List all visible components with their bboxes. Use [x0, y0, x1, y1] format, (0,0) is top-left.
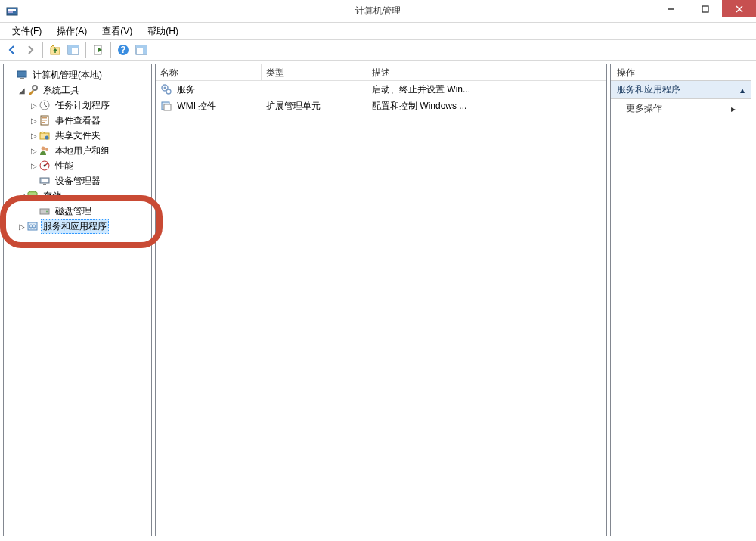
window-title: 计算机管理	[0, 5, 756, 17]
svg-rect-32	[42, 179, 48, 182]
svg-rect-9	[68, 45, 79, 48]
tree-panel: 计算机管理(本地) ◢ 系统工具 ▷ 任务计划程序 ▷ 事件查看器 ▷ 共享文件…	[3, 64, 152, 536]
expand-icon[interactable]: ▷	[29, 162, 39, 170]
tree-root[interactable]: 计算机管理(本地)	[4, 67, 151, 82]
actions-group[interactable]: 服务和应用程序 ▴	[611, 81, 751, 99]
minimize-button[interactable]	[654, 0, 688, 17]
list-header: 名称 类型 描述	[156, 64, 606, 81]
back-button[interactable]	[4, 42, 20, 58]
gears-icon	[160, 83, 172, 95]
storage-icon	[26, 190, 39, 202]
tree-device-manager-label: 设备管理器	[53, 174, 103, 188]
svg-point-30	[44, 165, 46, 167]
submenu-arrow-icon: ▸	[731, 104, 736, 114]
computer-icon	[16, 69, 28, 81]
tree-disk-management-label: 磁盘管理	[53, 204, 94, 219]
col-type[interactable]: 类型	[262, 64, 367, 80]
svg-point-41	[164, 87, 166, 89]
event-icon	[39, 114, 51, 126]
tree-device-manager[interactable]: 设备管理器	[4, 173, 151, 188]
tree-task-scheduler[interactable]: ▷ 任务计划程序	[4, 98, 151, 113]
actions-header: 操作	[611, 64, 751, 81]
list-panel: 名称 类型 描述 服务 启动、终止并设置 Win... WMI 控件 扩展管理单…	[155, 64, 607, 536]
list-row[interactable]: 服务 启动、终止并设置 Win...	[156, 81, 606, 98]
cell-type: 扩展管理单元	[262, 98, 367, 114]
folder-share-icon	[39, 129, 51, 141]
cell-name: 服务	[177, 84, 195, 95]
show-hide-action-pane-button[interactable]	[133, 42, 150, 58]
maximize-button[interactable]	[688, 0, 722, 17]
svg-point-36	[46, 211, 48, 213]
tree-services-apps[interactable]: ▷ 服务和应用程序	[4, 219, 151, 234]
main-area: 计算机管理(本地) ◢ 系统工具 ▷ 任务计划程序 ▷ 事件查看器 ▷ 共享文件…	[0, 61, 756, 541]
svg-rect-17	[17, 71, 26, 77]
svg-rect-10	[68, 48, 72, 54]
menu-bar: 文件(F) 操作(A) 查看(V) 帮助(H)	[0, 23, 756, 39]
tree-local-users-label: 本地用户和组	[53, 144, 112, 158]
expand-icon[interactable]: ▷	[29, 117, 39, 125]
tree-disk-management[interactable]: 磁盘管理	[4, 204, 151, 219]
device-icon	[39, 175, 51, 187]
svg-rect-22	[42, 117, 47, 119]
tree-system-tools[interactable]: ◢ 系统工具	[4, 82, 151, 98]
show-hide-tree-button[interactable]	[65, 42, 82, 58]
svg-rect-18	[20, 78, 24, 79]
tree-event-viewer[interactable]: ▷ 事件查看器	[4, 113, 151, 128]
cell-name: WMI 控件	[177, 101, 216, 111]
expand-icon[interactable]: ▷	[17, 222, 26, 231]
list-row[interactable]: WMI 控件 扩展管理单元 配置和控制 Windows ...	[156, 98, 606, 114]
separator	[85, 42, 86, 58]
forward-button[interactable]	[22, 42, 39, 58]
actions-more[interactable]: 更多操作 ▸	[611, 99, 751, 118]
services-icon	[26, 220, 39, 232]
tree-shared-folders[interactable]: ▷ 共享文件夹	[4, 128, 151, 143]
separator	[110, 42, 111, 58]
menu-file[interactable]: 文件(F)	[5, 23, 49, 39]
close-button[interactable]	[722, 0, 756, 17]
separator	[42, 42, 43, 58]
svg-rect-33	[43, 184, 46, 185]
tree-storage[interactable]: ◢ 存储	[4, 188, 151, 204]
expand-icon[interactable]: ▷	[29, 101, 39, 110]
menu-help[interactable]: 帮助(H)	[140, 23, 186, 39]
cell-desc: 配置和控制 Windows ...	[367, 98, 606, 114]
collapse-icon[interactable]: ◢	[17, 86, 26, 95]
cell-type	[262, 88, 367, 91]
collapse-icon[interactable]: ◢	[17, 192, 26, 201]
tools-icon	[26, 84, 39, 96]
menu-view[interactable]: 查看(V)	[94, 23, 140, 39]
tree-local-users[interactable]: ▷ 本地用户和组	[4, 143, 151, 158]
expand-icon[interactable]: ▷	[29, 132, 39, 140]
toolbar: ?	[0, 39, 756, 61]
svg-point-27	[42, 147, 45, 151]
svg-rect-4	[702, 6, 708, 12]
svg-point-19	[33, 86, 37, 90]
actions-panel: 操作 服务和应用程序 ▴ 更多操作 ▸	[610, 64, 751, 536]
expand-icon[interactable]: ▷	[29, 147, 39, 155]
tree-event-viewer-label: 事件查看器	[53, 113, 103, 128]
svg-point-42	[166, 89, 171, 94]
svg-rect-1	[8, 9, 16, 11]
clock-icon	[39, 99, 51, 111]
tree-performance-label: 性能	[53, 159, 76, 173]
actions-group-label: 服务和应用程序	[617, 83, 680, 96]
svg-point-26	[45, 136, 49, 140]
collapse-caret-icon: ▴	[740, 85, 745, 95]
svg-rect-35	[40, 209, 49, 214]
menu-action[interactable]: 操作(A)	[49, 23, 94, 39]
col-name[interactable]: 名称	[156, 64, 262, 80]
help-button[interactable]: ?	[115, 42, 132, 58]
svg-text:?: ?	[120, 45, 125, 55]
svg-rect-44	[164, 104, 171, 110]
svg-point-28	[45, 148, 48, 151]
tree-system-tools-label: 系统工具	[41, 83, 82, 98]
tree-performance[interactable]: ▷ 性能	[4, 158, 151, 173]
users-icon	[39, 145, 51, 157]
col-desc[interactable]: 描述	[367, 64, 606, 80]
tree-task-scheduler-label: 任务计划程序	[53, 98, 112, 113]
title-bar: 计算机管理	[0, 0, 756, 23]
up-button[interactable]	[47, 42, 64, 58]
export-button[interactable]	[90, 42, 107, 58]
tree-services-apps-label: 服务和应用程序	[41, 219, 109, 234]
performance-icon	[39, 160, 51, 172]
